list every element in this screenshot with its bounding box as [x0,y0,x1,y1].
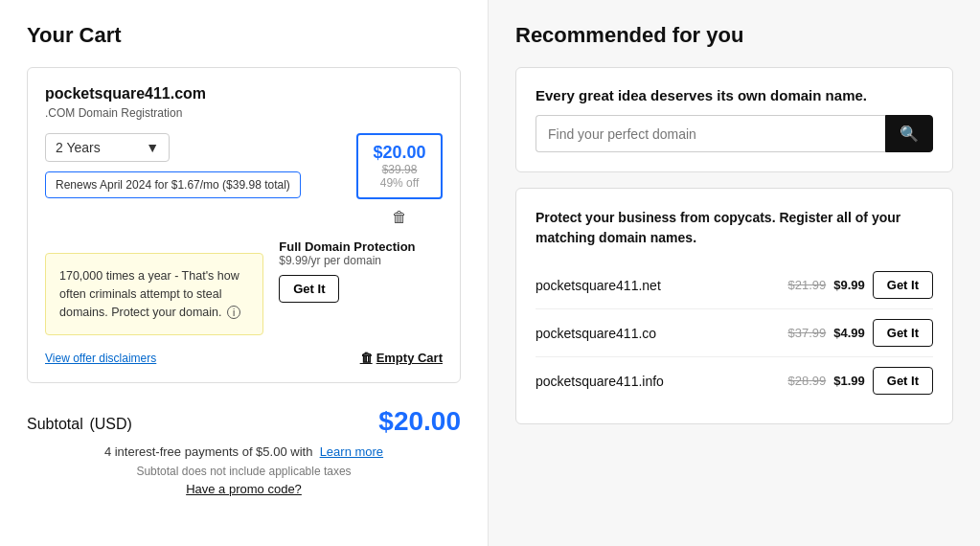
renew-notice: Renews April 2024 for $1.67/mo ($39.98 t… [45,171,301,198]
years-select[interactable]: 2 Years ▼ [45,133,170,162]
full-protection-price: $9.99/yr per domain [279,254,443,267]
offer-prices: $21.99 $9.99 Get It [787,271,933,299]
trash-icon[interactable]: 🗑 [392,209,407,226]
subtotal-section: Subtotal (USD) $20.00 4 interest-free pa… [27,406,461,496]
protect-card: Protect your business from copycats. Reg… [515,188,953,424]
price-off: 49% off [372,176,427,190]
offer-prices: $37.99 $4.99 Get It [787,319,933,347]
years-select-label: 2 Years [56,140,101,155]
info-icon[interactable]: i [227,306,240,319]
offer-prices: $28.99 $1.99 Get It [787,367,933,395]
subtotal-label: Subtotal (USD) [27,408,132,434]
offer-domain-name: pocketsquare411.co [536,326,656,341]
price-main: $20.00 [372,143,427,163]
cart-card: pocketsquare411.com .COM Domain Registra… [27,67,461,383]
search-card: Every great idea deserves its own domain… [515,67,953,172]
full-protection-label: Full Domain Protection [279,239,443,254]
cart-main-row: 2 Years ▼ Renews April 2024 for $1.67/mo… [45,133,443,226]
cart-title: Your Cart [27,23,461,48]
cart-domain-name: pocketsquare411.com [45,85,443,102]
offer-new-price: $1.99 [833,374,865,388]
domain-offers-list: pocketsquare411.net $21.99 $9.99 Get It … [536,262,933,404]
offer-old-price: $28.99 [787,374,826,388]
view-disclaimer-link[interactable]: View offer disclaimers [45,352,156,365]
offer-domain-name: pocketsquare411.info [536,374,664,389]
empty-cart-label: Empty Cart [376,351,443,365]
domain-search-button[interactable]: 🔍 [885,115,933,152]
search-tagline: Every great idea deserves its own domain… [536,87,933,103]
domain-search-input[interactable] [536,115,885,152]
price-box: $20.00 $39.98 49% off [356,133,443,199]
price-old: $39.98 [372,163,427,176]
offer-old-price: $37.99 [787,326,826,340]
subtotal-label-group: Subtotal (USD) [27,408,132,435]
recommended-title: Recommended for you [515,23,953,48]
full-protection-block: Full Domain Protection $9.99/yr per doma… [279,239,443,303]
empty-cart-button[interactable]: 🗑 Empty Cart [360,351,443,365]
offer-get-it-button[interactable]: Get It [873,271,933,299]
chevron-down-icon: ▼ [146,140,159,155]
domain-search-row: 🔍 [536,115,933,152]
domain-offer-row: pocketsquare411.info $28.99 $1.99 Get It [536,357,933,404]
trash-empty-icon: 🗑 [360,351,373,365]
offer-domain-name: pocketsquare411.net [536,278,661,293]
offer-new-price: $4.99 [833,326,865,340]
subtotal-row: Subtotal (USD) $20.00 [27,406,461,437]
promo-text: 170,000 times a year - That's how often … [59,269,239,319]
promo-code-link[interactable]: Have a promo code? [27,482,461,496]
installment-text: 4 interest-free payments of $5.00 with L… [27,444,461,459]
domain-offer-row: pocketsquare411.co $37.99 $4.99 Get It [536,309,933,357]
search-icon: 🔍 [900,125,919,143]
offer-get-it-button[interactable]: Get It [873,319,933,347]
subtotal-amount: $20.00 [378,406,461,437]
learn-more-link[interactable]: Learn more [320,444,383,459]
protect-tagline: Protect your business from copycats. Reg… [536,208,933,248]
get-it-button[interactable]: Get It [279,275,339,303]
recommended-panel: Recommended for you Every great idea des… [489,0,980,546]
domain-offer-row: pocketsquare411.net $21.99 $9.99 Get It [536,262,933,309]
promo-box: 170,000 times a year - That's how often … [45,253,263,335]
cart-domain-type: .COM Domain Registration [45,106,443,120]
cart-panel: Your Cart pocketsquare411.com .COM Domai… [0,0,489,546]
offer-get-it-button[interactable]: Get It [873,367,933,395]
tax-note: Subtotal does not include applicable tax… [27,465,461,478]
cart-actions: View offer disclaimers 🗑 Empty Cart [45,351,443,365]
offer-new-price: $9.99 [833,278,865,292]
offer-old-price: $21.99 [787,278,826,292]
